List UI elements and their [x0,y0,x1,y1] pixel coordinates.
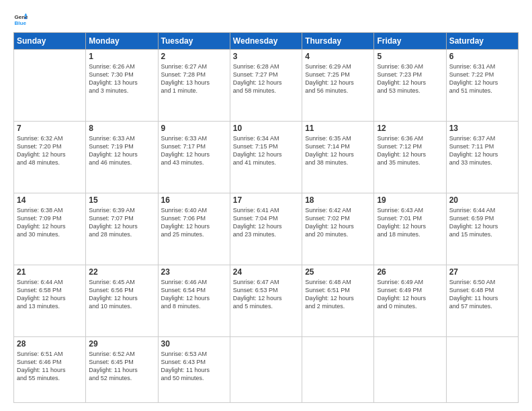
day-number: 2 [161,52,227,61]
day-info: Sunrise: 6:46 AM Sunset: 6:54 PM Dayligh… [161,278,227,311]
day-number: 26 [377,267,443,277]
day-info: Sunrise: 6:30 AM Sunset: 7:23 PM Dayligh… [377,62,443,95]
day-number: 7 [17,124,83,133]
day-info: Sunrise: 6:42 AM Sunset: 7:02 PM Dayligh… [305,206,371,239]
calendar-cell: 6Sunrise: 6:31 AM Sunset: 7:22 PM Daylig… [446,50,518,122]
day-info: Sunrise: 6:27 AM Sunset: 7:28 PM Dayligh… [161,62,227,95]
calendar-cell: 19Sunrise: 6:43 AM Sunset: 7:01 PM Dayli… [374,193,446,265]
calendar-cell: 10Sunrise: 6:34 AM Sunset: 7:15 PM Dayli… [230,121,302,193]
day-info: Sunrise: 6:44 AM Sunset: 6:58 PM Dayligh… [17,278,83,311]
calendar-cell: 28Sunrise: 6:51 AM Sunset: 6:46 PM Dayli… [14,336,86,402]
day-info: Sunrise: 6:33 AM Sunset: 7:19 PM Dayligh… [89,134,154,167]
day-header-wednesday: Wednesday [230,33,302,50]
calendar-cell: 17Sunrise: 6:41 AM Sunset: 7:04 PM Dayli… [230,193,302,265]
day-number: 13 [449,124,515,133]
calendar-cell: 1Sunrise: 6:26 AM Sunset: 7:30 PM Daylig… [86,50,158,122]
day-header-thursday: Thursday [302,33,374,50]
header-row: SundayMondayTuesdayWednesdayThursdayFrid… [14,33,519,50]
calendar-cell [14,50,86,122]
day-number: 1 [89,52,154,61]
calendar-cell: 26Sunrise: 6:49 AM Sunset: 6:49 PM Dayli… [374,265,446,336]
page: General Blue SundayMondayTuesdayWednesda… [0,0,532,411]
day-info: Sunrise: 6:34 AM Sunset: 7:15 PM Dayligh… [233,134,299,167]
day-header-monday: Monday [86,33,158,50]
week-row-5: 28Sunrise: 6:51 AM Sunset: 6:46 PM Dayli… [14,336,519,402]
week-row-2: 7Sunrise: 6:32 AM Sunset: 7:20 PM Daylig… [14,121,519,193]
calendar-cell: 2Sunrise: 6:27 AM Sunset: 7:28 PM Daylig… [158,50,230,122]
day-info: Sunrise: 6:47 AM Sunset: 6:53 PM Dayligh… [233,278,299,311]
day-number: 10 [233,124,299,133]
day-info: Sunrise: 6:43 AM Sunset: 7:01 PM Dayligh… [377,206,443,239]
calendar-cell: 11Sunrise: 6:35 AM Sunset: 7:14 PM Dayli… [302,121,374,193]
day-number: 8 [89,124,154,133]
logo: General Blue [13,12,28,27]
day-info: Sunrise: 6:32 AM Sunset: 7:20 PM Dayligh… [17,134,83,167]
day-number: 29 [89,339,154,349]
day-header-sunday: Sunday [14,33,86,50]
calendar-cell: 20Sunrise: 6:44 AM Sunset: 6:59 PM Dayli… [446,193,518,265]
calendar-cell: 4Sunrise: 6:29 AM Sunset: 7:25 PM Daylig… [302,50,374,122]
calendar-cell [302,336,374,402]
calendar-cell [374,336,446,402]
day-number: 4 [305,52,371,61]
svg-text:Blue: Blue [14,20,26,26]
day-number: 9 [161,124,227,133]
day-number: 12 [377,124,443,133]
calendar-cell: 25Sunrise: 6:48 AM Sunset: 6:51 PM Dayli… [302,265,374,336]
day-number: 28 [17,339,83,349]
day-header-friday: Friday [374,33,446,50]
calendar-cell: 23Sunrise: 6:46 AM Sunset: 6:54 PM Dayli… [158,265,230,336]
calendar-cell: 16Sunrise: 6:40 AM Sunset: 7:06 PM Dayli… [158,193,230,265]
day-number: 16 [161,195,227,205]
day-number: 15 [89,195,154,205]
calendar-cell: 5Sunrise: 6:30 AM Sunset: 7:23 PM Daylig… [374,50,446,122]
calendar-cell: 9Sunrise: 6:33 AM Sunset: 7:17 PM Daylig… [158,121,230,193]
day-info: Sunrise: 6:26 AM Sunset: 7:30 PM Dayligh… [89,62,154,95]
logo-icon: General Blue [13,12,28,27]
day-number: 6 [449,52,515,61]
calendar-cell: 27Sunrise: 6:50 AM Sunset: 6:48 PM Dayli… [446,265,518,336]
calendar-cell: 8Sunrise: 6:33 AM Sunset: 7:19 PM Daylig… [86,121,158,193]
week-row-3: 14Sunrise: 6:38 AM Sunset: 7:09 PM Dayli… [14,193,519,265]
day-header-saturday: Saturday [446,33,518,50]
day-header-tuesday: Tuesday [158,33,230,50]
day-number: 27 [449,267,515,277]
day-info: Sunrise: 6:31 AM Sunset: 7:22 PM Dayligh… [449,62,515,95]
day-info: Sunrise: 6:29 AM Sunset: 7:25 PM Dayligh… [305,62,371,95]
day-info: Sunrise: 6:39 AM Sunset: 7:07 PM Dayligh… [89,206,154,239]
calendar-cell: 30Sunrise: 6:53 AM Sunset: 6:43 PM Dayli… [158,336,230,402]
calendar-cell: 29Sunrise: 6:52 AM Sunset: 6:45 PM Dayli… [86,336,158,402]
day-number: 3 [233,52,299,61]
day-info: Sunrise: 6:49 AM Sunset: 6:49 PM Dayligh… [377,278,443,311]
day-number: 14 [17,195,83,205]
calendar-cell: 18Sunrise: 6:42 AM Sunset: 7:02 PM Dayli… [302,193,374,265]
calendar-cell: 22Sunrise: 6:45 AM Sunset: 6:56 PM Dayli… [86,265,158,336]
day-info: Sunrise: 6:37 AM Sunset: 7:11 PM Dayligh… [449,134,515,167]
day-number: 25 [305,267,371,277]
day-number: 11 [305,124,371,133]
day-number: 22 [89,267,154,277]
day-info: Sunrise: 6:38 AM Sunset: 7:09 PM Dayligh… [17,206,83,239]
day-info: Sunrise: 6:28 AM Sunset: 7:27 PM Dayligh… [233,62,299,95]
day-info: Sunrise: 6:41 AM Sunset: 7:04 PM Dayligh… [233,206,299,239]
calendar-cell: 12Sunrise: 6:36 AM Sunset: 7:12 PM Dayli… [374,121,446,193]
day-info: Sunrise: 6:50 AM Sunset: 6:48 PM Dayligh… [449,278,515,311]
calendar-cell: 14Sunrise: 6:38 AM Sunset: 7:09 PM Dayli… [14,193,86,265]
day-info: Sunrise: 6:35 AM Sunset: 7:14 PM Dayligh… [305,134,371,167]
day-number: 23 [161,267,227,277]
day-number: 30 [161,339,227,349]
calendar-table: SundayMondayTuesdayWednesdayThursdayFrid… [13,32,519,403]
calendar-cell: 21Sunrise: 6:44 AM Sunset: 6:58 PM Dayli… [14,265,86,336]
calendar-cell: 13Sunrise: 6:37 AM Sunset: 7:11 PM Dayli… [446,121,518,193]
day-info: Sunrise: 6:45 AM Sunset: 6:56 PM Dayligh… [89,278,154,311]
day-number: 17 [233,195,299,205]
day-info: Sunrise: 6:51 AM Sunset: 6:46 PM Dayligh… [17,350,83,383]
day-number: 18 [305,195,371,205]
day-info: Sunrise: 6:33 AM Sunset: 7:17 PM Dayligh… [161,134,227,167]
calendar-cell: 15Sunrise: 6:39 AM Sunset: 7:07 PM Dayli… [86,193,158,265]
day-info: Sunrise: 6:36 AM Sunset: 7:12 PM Dayligh… [377,134,443,167]
header: General Blue [13,12,519,27]
week-row-4: 21Sunrise: 6:44 AM Sunset: 6:58 PM Dayli… [14,265,519,336]
week-row-1: 1Sunrise: 6:26 AM Sunset: 7:30 PM Daylig… [14,50,519,122]
calendar-cell: 3Sunrise: 6:28 AM Sunset: 7:27 PM Daylig… [230,50,302,122]
